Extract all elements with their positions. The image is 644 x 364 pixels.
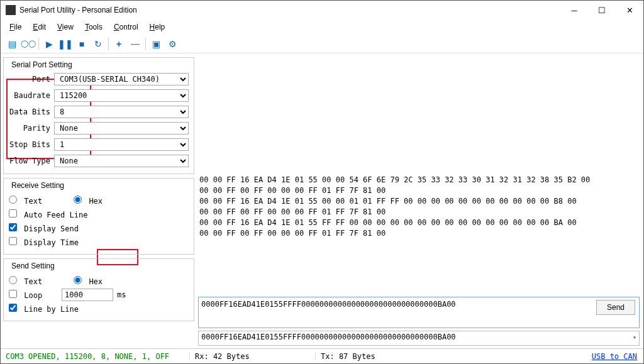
select-flowtype[interactable]: None (54, 155, 189, 167)
status-rx: Rx: 42 Bytes (189, 352, 315, 361)
label-ms: ms (117, 290, 126, 299)
group-receive: Receive Setting Text Hex Auto Feed Line … (3, 178, 194, 255)
status-link[interactable]: USB to CAN (586, 352, 643, 361)
input-loop-ms[interactable] (62, 289, 113, 301)
chevron-down-icon[interactable]: ▾ (633, 334, 636, 341)
window-icon[interactable]: ▣ (148, 36, 164, 52)
pause-icon[interactable]: ❚❚ (58, 36, 73, 52)
radio-rx-text[interactable]: Text (9, 196, 42, 206)
status-bar: COM3 OPENED, 115200, 8, NONE, 1, OFF Rx:… (1, 348, 643, 363)
maximize-button[interactable]: ☐ (588, 1, 616, 19)
send-input[interactable]: 0000FF16EAD41E0155FFFF000000000000000000… (199, 297, 592, 328)
radio-rx-hex[interactable]: Hex (74, 196, 103, 206)
select-databits[interactable]: 8 (54, 106, 189, 118)
label-databits: Data Bits (9, 108, 54, 116)
label-port: Port (9, 75, 54, 84)
log-output[interactable]: 1 2 3 00 00 FF 16 EA D4 1E 01 55 00 00 5… (198, 56, 640, 294)
play-icon[interactable]: ▶ (42, 36, 57, 52)
remove-icon[interactable]: — (128, 36, 143, 52)
menu-file[interactable]: File (4, 21, 26, 33)
window-title: Serial Port Utility - Personal Edition (19, 6, 560, 14)
check-autofeed[interactable]: Auto Feed Line (9, 209, 87, 219)
menu-help[interactable]: Help (145, 21, 170, 33)
group-serial-title: Serial Port Setting (9, 60, 189, 69)
menu-bar: File Edit View Tools Control Help (1, 19, 643, 35)
group-send: Send Setting Text Hex Loop ms Line by Li… (3, 258, 194, 321)
radio-tx-hex[interactable]: Hex (74, 276, 103, 286)
add-icon[interactable]: + (111, 36, 126, 52)
label-flowtype: Flow Type (9, 157, 54, 165)
send-box: 0000FF16EAD41E0155FFFF000000000000000000… (198, 297, 640, 328)
record-icon[interactable]: ◯◯ (21, 36, 36, 52)
toolbar: ▤ ◯◯ ▶ ❚❚ ■ ↻ + — ▣ ⚙ (1, 35, 643, 53)
minimize-button[interactable]: ─ (560, 1, 588, 19)
title-bar: Serial Port Utility - Personal Edition ─… (1, 1, 643, 19)
group-receive-title: Receive Setting (9, 181, 189, 190)
check-displaysend[interactable]: Display Send (9, 223, 79, 233)
label-stopbits: Stop Bits (9, 140, 54, 149)
right-panel: 1 2 3 00 00 FF 16 EA D4 1E 01 55 00 00 5… (197, 53, 643, 348)
select-stopbits[interactable]: 1 (54, 138, 189, 151)
group-serial: Serial Port Setting Port COM3(USB-SERIAL… (3, 57, 194, 174)
check-loop[interactable]: Loop (9, 290, 58, 300)
group-send-title: Send Setting (9, 262, 189, 270)
select-parity[interactable]: None (54, 122, 189, 135)
menu-control[interactable]: Control (109, 21, 143, 33)
stop-icon[interactable]: ■ (74, 36, 89, 52)
left-panel: Serial Port Setting Port COM3(USB-SERIAL… (1, 53, 197, 348)
menu-edit[interactable]: Edit (28, 21, 51, 33)
close-button[interactable]: ✕ (616, 1, 643, 19)
new-icon[interactable]: ▤ (4, 36, 19, 52)
label-parity: Parity (9, 124, 54, 133)
gear-icon[interactable]: ⚙ (165, 36, 180, 52)
menu-tools[interactable]: Tools (80, 21, 108, 33)
label-baudrate: Baudrate (9, 91, 54, 100)
check-linebyline[interactable]: Line by Line (9, 304, 79, 314)
reload-icon[interactable]: ↻ (91, 36, 106, 52)
send-history[interactable]: 0000FF16EAD41E0155FFFF000000000000000000… (198, 331, 640, 346)
select-baudrate[interactable]: 115200 (54, 89, 189, 102)
menu-view[interactable]: View (52, 21, 79, 33)
check-displaytime[interactable]: Display Time (9, 237, 79, 247)
status-tx: Tx: 87 Bytes (315, 352, 441, 361)
select-port[interactable]: COM3(USB-SERIAL CH340) (54, 73, 189, 85)
status-connection: COM3 OPENED, 115200, 8, NONE, 1, OFF (1, 352, 189, 361)
radio-tx-text[interactable]: Text (9, 276, 42, 286)
send-button[interactable]: Send (596, 300, 635, 315)
app-icon (6, 5, 16, 15)
